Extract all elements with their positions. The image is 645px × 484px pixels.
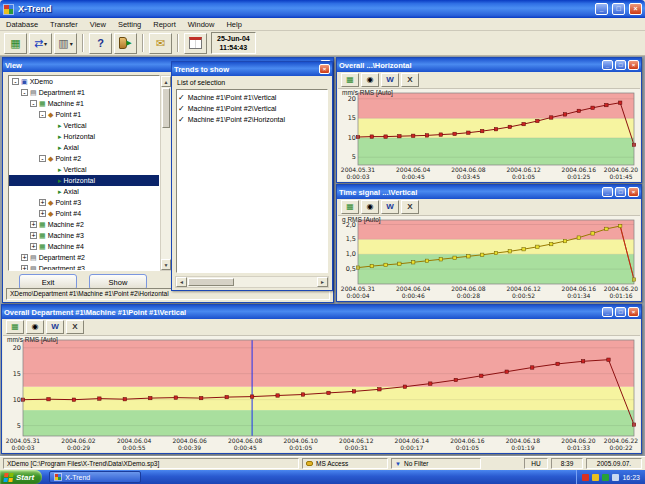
point-icon: ◆ xyxy=(48,111,53,118)
main-titlebar[interactable]: X-Trend _ □ × xyxy=(0,0,645,18)
minimize-button[interactable]: _ xyxy=(595,3,608,15)
cursor-target-button[interactable]: ◉ xyxy=(26,320,44,334)
chart-toolbar: ▦ ◉ W X xyxy=(3,319,640,336)
close-button[interactable]: × xyxy=(629,3,642,15)
minimize-button[interactable]: _ xyxy=(602,187,613,197)
mail-button[interactable]: ✉ xyxy=(149,33,172,54)
tree-item-vertical[interactable]: ▸Vertical xyxy=(9,164,159,175)
calendar-button[interactable] xyxy=(184,33,207,54)
tree-item-label: Vertical xyxy=(64,166,87,173)
toolbar-separator xyxy=(82,34,84,52)
maximize-button[interactable]: □ xyxy=(615,187,626,197)
tree-item-vertical[interactable]: ▸Vertical xyxy=(9,120,159,131)
check-icon: ✓ xyxy=(178,94,185,102)
tree-item-horizontal[interactable]: ▸Horizontal xyxy=(9,131,159,142)
cursor-target-button[interactable]: ◉ xyxy=(361,73,379,87)
collapse-icon[interactable]: - xyxy=(21,89,28,96)
tree-item-point-4[interactable]: +◆Point #4 xyxy=(9,208,159,219)
taskbar-task-xtrend[interactable]: X-Trend xyxy=(49,471,141,483)
maximize-button[interactable]: □ xyxy=(615,307,626,317)
chart-titlebar[interactable]: Time signal ...\Vertical _ □ × xyxy=(337,185,641,199)
start-button[interactable]: Start xyxy=(0,470,42,484)
minimize-button[interactable]: _ xyxy=(602,60,613,70)
menu-window[interactable]: Window xyxy=(182,19,221,30)
close-button[interactable]: × xyxy=(628,60,639,70)
close-button[interactable]: × xyxy=(319,64,330,74)
grid-button[interactable]: ▦ xyxy=(341,200,359,214)
tree-item-machine-1[interactable]: -▦Machine #1 xyxy=(9,98,159,109)
tray-volume-icon[interactable] xyxy=(612,474,619,481)
expand-icon[interactable]: + xyxy=(21,265,28,271)
waveform-button[interactable]: W xyxy=(381,73,399,87)
expand-icon[interactable]: + xyxy=(21,254,28,261)
machines-button[interactable]: ▥ ▾ xyxy=(54,33,77,54)
collapse-icon[interactable]: - xyxy=(12,78,19,85)
menu-view[interactable]: View xyxy=(84,19,112,30)
tree-item-axial[interactable]: ▸Axial xyxy=(9,186,159,197)
expand-icon[interactable]: + xyxy=(30,243,37,250)
minimize-button[interactable]: _ xyxy=(602,307,613,317)
grid-button[interactable]: ▦ xyxy=(6,320,24,334)
tree-item-horizontal[interactable]: ▸Horizontal xyxy=(9,175,159,186)
list-item[interactable]: ✓Machine #1\Point #1\Vertical xyxy=(178,92,326,103)
tree-item-department-2[interactable]: +▤Department #2 xyxy=(9,252,159,263)
list-of-selection-label: List of selection xyxy=(177,79,225,86)
chart-area[interactable]: g RMS [Auto] 0,51,01,52,02004.05.310:00:… xyxy=(338,216,640,300)
exit-button[interactable]: ▶ xyxy=(114,33,137,54)
scroll-down-icon[interactable]: ▼ xyxy=(161,259,171,270)
menu-help[interactable]: Help xyxy=(220,19,247,30)
tree-item-point-3[interactable]: +◆Point #3 xyxy=(9,197,159,208)
scroll-up-icon[interactable]: ▲ xyxy=(161,76,171,87)
transfer-button[interactable]: ⇄ ▾ xyxy=(29,33,52,54)
cursor-target-button[interactable]: ◉ xyxy=(361,200,379,214)
tray-status-icon[interactable] xyxy=(592,474,599,481)
selection-scrollbar[interactable]: ◄ ► xyxy=(175,276,329,288)
menu-report[interactable]: Report xyxy=(147,19,182,30)
tree-item-department-1[interactable]: -▤Department #1 xyxy=(9,87,159,98)
scrollbar-thumb[interactable] xyxy=(188,278,234,286)
view-tree-button[interactable]: ▦ xyxy=(4,33,27,54)
waveform-button[interactable]: W xyxy=(381,200,399,214)
tree-item-point-1[interactable]: -◆Point #1 xyxy=(9,109,159,120)
chart-area[interactable]: mm/s RMS [Auto] 51015202004.05.310:00:03… xyxy=(3,336,640,452)
collapse-icon[interactable]: - xyxy=(30,100,37,107)
grid-button[interactable]: ▦ xyxy=(341,73,359,87)
chart-titlebar[interactable]: Overall Department #1\Machine #1\Point #… xyxy=(2,305,641,319)
tree-item-department-3[interactable]: +▤Department #3 xyxy=(9,263,159,271)
expand-icon[interactable]: + xyxy=(39,210,46,217)
trends-titlebar[interactable]: Trends to show × xyxy=(172,62,332,76)
close-button[interactable]: × xyxy=(628,187,639,197)
chart-area[interactable]: mm/s RMS [Auto] 51015202004.05.310:00:03… xyxy=(338,89,640,181)
expand-icon[interactable]: + xyxy=(30,221,37,228)
scroll-left-icon[interactable]: ◄ xyxy=(176,277,187,287)
tree-item-axial[interactable]: ▸Axial xyxy=(9,142,159,153)
menu-database[interactable]: Database xyxy=(0,19,44,30)
tree-item-point-2[interactable]: -◆Point #2 xyxy=(9,153,159,164)
maximize-button[interactable]: □ xyxy=(612,3,625,15)
remove-button[interactable]: X xyxy=(66,320,84,334)
remove-button[interactable]: X xyxy=(401,73,419,87)
list-item[interactable]: ✓Machine #1\Point #2\Horizontal xyxy=(178,114,326,125)
remove-button[interactable]: X xyxy=(401,200,419,214)
expand-icon[interactable]: + xyxy=(30,232,37,239)
menu-setting[interactable]: Setting xyxy=(112,19,147,30)
menu-transfer[interactable]: Transfer xyxy=(44,19,84,30)
list-item[interactable]: ✓Machine #1\Point #2\Vertical xyxy=(178,103,326,114)
tree-item-xdemo[interactable]: -▣XDemo xyxy=(9,76,159,87)
collapse-icon[interactable]: - xyxy=(39,111,46,118)
help-button[interactable]: ? xyxy=(89,33,112,54)
expand-icon[interactable]: + xyxy=(39,199,46,206)
collapse-icon[interactable]: - xyxy=(39,155,46,162)
scrollbar-thumb[interactable] xyxy=(162,88,170,128)
maximize-button[interactable]: □ xyxy=(615,60,626,70)
tree-item-machine-4[interactable]: +▦Machine #4 xyxy=(9,241,159,252)
close-button[interactable]: × xyxy=(628,307,639,317)
tray-app-icon[interactable] xyxy=(602,474,609,481)
waveform-button[interactable]: W xyxy=(46,320,64,334)
scroll-right-icon[interactable]: ► xyxy=(317,277,328,287)
tree-item-label: Point #3 xyxy=(55,199,81,206)
chart-titlebar[interactable]: Overall ...\Horizontal _ □ × xyxy=(337,58,641,72)
tree-item-machine-2[interactable]: +▦Machine #2 xyxy=(9,219,159,230)
tree-item-machine-3[interactable]: +▦Machine #3 xyxy=(9,230,159,241)
tray-alarm-icon[interactable] xyxy=(582,474,589,481)
